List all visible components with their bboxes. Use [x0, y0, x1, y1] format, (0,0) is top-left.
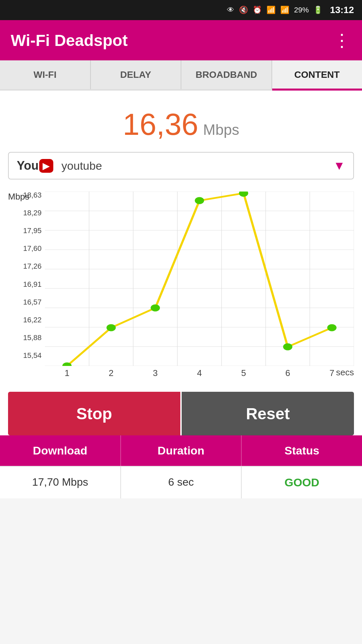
reset-button[interactable]: Reset — [182, 392, 354, 435]
signal-icon: 📶 — [280, 6, 289, 14]
tab-wifi[interactable]: WI-FI — [0, 60, 91, 89]
status-bar: 👁 🔇 ⏰ 📶 📶 29% 🔋 13:12 — [0, 0, 362, 20]
tab-broadband[interactable]: BROADBAND — [181, 60, 272, 89]
header-status: Status — [242, 435, 362, 466]
stats-header: Download Duration Status — [0, 435, 362, 466]
tab-delay[interactable]: DELAY — [91, 60, 182, 89]
wifi-icon: 📶 — [266, 6, 276, 14]
battery-icon: 🔋 — [313, 6, 322, 14]
chart-svg — [45, 192, 354, 366]
stats-table: Download Duration Status 17,70 Mbps 6 se… — [0, 435, 362, 498]
battery-percentage: 29% — [294, 6, 309, 14]
overflow-menu-icon[interactable]: ⋮ — [333, 30, 351, 50]
value-duration: 6 sec — [121, 467, 242, 498]
header-download: Download — [0, 435, 121, 466]
value-download: 17,70 Mbps — [0, 467, 121, 498]
main-content: 16,36 Mbps You ▶ youtube ▼ Mbps 18,63 18… — [0, 91, 362, 435]
svg-point-19 — [151, 305, 160, 311]
tab-content[interactable]: CONTENT — [272, 60, 362, 89]
service-name: youtube — [61, 159, 333, 172]
svg-point-23 — [327, 324, 336, 331]
y-axis-labels: 18,63 18,29 17,95 17,60 17,26 16,91 16,5… — [8, 192, 42, 359]
svg-point-21 — [239, 192, 248, 197]
youtube-logo: You ▶ — [17, 159, 53, 173]
app-title: Wi-Fi Deadspot — [11, 31, 128, 50]
status-time: 13:12 — [330, 5, 354, 15]
app-bar: Wi-Fi Deadspot ⋮ — [0, 20, 362, 60]
speed-value: 16,36 — [123, 108, 198, 141]
eye-icon: 👁 — [227, 6, 234, 14]
x-axis-unit-label: secs — [336, 367, 354, 378]
x-axis-labels: 1 2 3 4 5 6 7 secs — [45, 366, 354, 378]
svg-point-18 — [107, 324, 115, 331]
svg-point-20 — [195, 197, 204, 204]
alarm-icon: ⏰ — [253, 6, 262, 14]
svg-point-22 — [283, 343, 292, 350]
speed-display: 16,36 Mbps — [8, 101, 354, 152]
stats-row: 17,70 Mbps 6 sec GOOD — [0, 466, 362, 498]
chart-wrapper: 18,63 18,29 17,95 17,60 17,26 16,91 16,5… — [45, 192, 354, 378]
dropdown-arrow-icon[interactable]: ▼ — [333, 159, 345, 173]
value-status: GOOD — [242, 467, 362, 498]
stop-button[interactable]: Stop — [8, 392, 180, 435]
header-duration: Duration — [121, 435, 242, 466]
chart-container: Mbps 18,63 18,29 17,95 17,60 17,26 16,91… — [8, 192, 354, 378]
speed-unit: Mbps — [203, 121, 239, 138]
service-selector[interactable]: You ▶ youtube ▼ — [8, 152, 354, 179]
buttons-row: Stop Reset — [8, 392, 354, 435]
tabs: WI-FI DELAY BROADBAND CONTENT — [0, 60, 362, 91]
mute-icon: 🔇 — [239, 6, 248, 14]
